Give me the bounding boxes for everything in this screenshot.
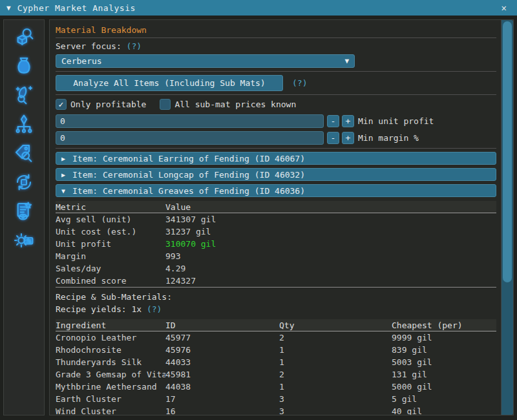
money-bag-icon[interactable]: [13, 55, 35, 77]
item-header-longcap[interactable]: ▶ Item: Ceremonial Longcap of Fending (I…: [56, 168, 496, 181]
metrics-table: Metric Value Avg sell (unit) 341307 gil …: [56, 201, 496, 288]
auto-refresh-icon[interactable]: [13, 171, 35, 193]
item-header-label: Item: Ceremonial Earring of Fending (ID …: [72, 154, 305, 163]
material-search-icon[interactable]: [13, 84, 35, 106]
material-breakdown-panel: Material Breakdown Server focus: (?) Cer…: [49, 19, 514, 415]
page-title: Material Breakdown: [56, 25, 496, 36]
table-row: Grade 3 Gemsap of Vita 45981 2 131 gil: [56, 368, 496, 381]
min-unit-profit-row: - + Min unit profit: [56, 114, 496, 128]
table-row: Mythbrine Aethersand 44038 1 5000 gil: [56, 381, 496, 393]
server-focus-selected: Cerberus: [61, 56, 102, 66]
min-unit-profit-minus-button[interactable]: -: [327, 115, 339, 127]
only-profitable-checkbox[interactable]: ✓: [56, 99, 67, 110]
server-focus-label: Server focus: (?): [56, 41, 496, 52]
only-profitable-label: Only profitable: [70, 100, 146, 109]
table-row: Margin 993: [56, 250, 496, 262]
analyze-help-icon[interactable]: (?): [292, 78, 307, 88]
table-row: Sales/day 4.29: [56, 262, 496, 275]
recipe-yields-line: Recipe yields: 1x (?): [56, 303, 496, 315]
title-bar: ▼ Cypher Market Analysis ✕: [0, 0, 517, 16]
table-row: Avg sell (unit) 341307 gil: [56, 213, 496, 226]
item-header-greaves[interactable]: ▼ Item: Ceremonial Greaves of Fending (I…: [56, 184, 496, 197]
ingredients-header-row: Ingredient ID Qty Cheapest (per): [56, 319, 496, 331]
all-submat-label: All sub-mat prices known: [174, 100, 296, 109]
settings-icon[interactable]: [13, 229, 35, 251]
scrollbar-thumb[interactable]: [503, 21, 512, 282]
min-margin-plus-button[interactable]: +: [342, 132, 354, 144]
price-tag-search-icon[interactable]: [13, 142, 35, 164]
chevron-right-icon: ▶: [61, 155, 72, 162]
min-margin-minus-button[interactable]: -: [327, 132, 339, 144]
unit-profit-value: 310070 gil: [165, 238, 216, 250]
server-focus-dropdown[interactable]: Cerberus ▼: [56, 54, 355, 68]
crafting-tree-icon[interactable]: [13, 113, 35, 135]
min-unit-profit-plus-button[interactable]: +: [342, 115, 354, 127]
analyze-all-items-button[interactable]: Analyze All Items (Including Sub Mats): [56, 75, 283, 91]
table-row: Unit cost (est.) 31237 gil: [56, 226, 496, 238]
table-row: Wind Cluster 16 3 40 gil: [56, 405, 496, 415]
item-header-label: Item: Ceremonial Greaves of Fending (ID …: [72, 186, 305, 196]
min-unit-profit-label: Min unit profit: [358, 116, 434, 126]
recipe-section-title: Recipe & Sub-Materials:: [56, 291, 496, 303]
analyze-row: Analyze All Items (Including Sub Mats) (…: [56, 75, 496, 91]
recipe-yields-help-icon[interactable]: (?): [147, 304, 162, 314]
item-header-earring[interactable]: ▶ Item: Ceremonial Earring of Fending (I…: [56, 152, 496, 165]
all-submat-checkbox[interactable]: [160, 99, 171, 110]
window-collapse-icon[interactable]: ▼: [6, 4, 11, 12]
watchlist-icon[interactable]: [13, 200, 35, 222]
item-search-icon[interactable]: [13, 26, 35, 48]
item-header-label: Item: Ceremonial Longcap of Fending (ID …: [72, 170, 305, 180]
chevron-down-icon: ▼: [344, 57, 349, 65]
check-icon: ✓: [59, 100, 64, 109]
table-row: Rhodochrosite 45976 1 839 gil: [56, 344, 496, 356]
min-unit-profit-input[interactable]: [56, 114, 324, 128]
table-row: Earth Cluster 17 3 5 gil: [56, 393, 496, 405]
table-row: Combined score 124327: [56, 275, 496, 287]
chevron-right-icon: ▶: [61, 171, 72, 178]
table-row: Unit profit 310070 gil: [56, 238, 496, 250]
table-row: Thunderyards Silk 44033 1 5003 gil: [56, 356, 496, 368]
min-margin-row: - + Min margin %: [56, 131, 496, 145]
metrics-header-row: Metric Value: [56, 201, 496, 213]
close-icon[interactable]: ✕: [498, 3, 511, 13]
chevron-down-icon: ▼: [61, 187, 72, 194]
window-title: Cypher Market Analysis: [17, 3, 136, 13]
vertical-scrollbar[interactable]: [501, 20, 513, 415]
ingredients-table: Ingredient ID Qty Cheapest (per) Cronopi…: [56, 319, 496, 415]
table-row: Cronopio Leather 45977 2 9999 gil: [56, 331, 496, 344]
server-focus-help-icon[interactable]: (?): [127, 41, 142, 51]
min-margin-label: Min margin %: [358, 133, 419, 143]
filter-checkbox-row: ✓ Only profitable All sub-mat prices kno…: [56, 98, 496, 110]
min-margin-input[interactable]: [56, 131, 324, 145]
content-scroll-area: Material Breakdown Server focus: (?) Cer…: [50, 20, 501, 415]
sidebar: [3, 19, 45, 415]
